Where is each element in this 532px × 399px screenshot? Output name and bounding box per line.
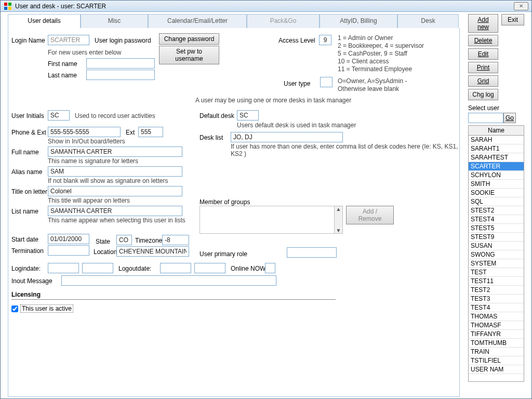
alias-field[interactable] [48,166,182,177]
sidebar: Add new Delete Edit Print Grid Chg log E… [468,14,528,382]
state-field[interactable] [116,235,132,245]
user-list-item[interactable]: THOMASF [469,321,524,330]
user-active-checkbox[interactable]: This user is active [11,304,73,313]
tab-misc[interactable]: Misc [81,14,148,29]
user-list-item[interactable]: SWONG [469,250,524,259]
user-list-item[interactable]: TEST11 [469,277,524,286]
title-label: Title on letter [11,188,47,195]
tab-desk[interactable]: Desk [397,14,459,29]
user-type-note2: Otherwise leave blank [338,85,399,92]
list-name-label: List name [11,208,38,215]
online-now-field[interactable] [265,263,275,273]
login-name-field[interactable] [48,35,89,45]
edit-button[interactable]: Edit [468,48,498,60]
svg-rect-1 [8,3,11,6]
location-field[interactable] [116,246,189,257]
termination-field[interactable] [48,245,89,256]
online-now-label: Online NOW [231,265,265,272]
first-name-label: First name [48,60,77,68]
groups-scrollbar[interactable]: ▲▼ [334,206,342,233]
user-list-item[interactable]: THOMAS [469,312,524,321]
user-list-item[interactable]: SYSTEM [469,259,524,268]
tab-user-details[interactable]: User details [8,14,81,29]
user-initials-field[interactable] [48,110,70,121]
user-list-item[interactable]: TEST3 [469,295,524,303]
chg-log-button[interactable]: Chg log [468,89,498,100]
change-password-button[interactable]: Change password [159,33,219,45]
grid-button[interactable]: Grid [468,75,498,87]
user-list-item[interactable]: SOOKIE [469,189,524,197]
phone-label: Phone & Ext [11,129,46,136]
user-list[interactable]: Name SARAHSARAHT1SARAHTESTSCARTERSCHYLON… [468,125,524,382]
user-list-item[interactable]: STEST4 [469,215,524,224]
primary-role-field[interactable] [287,247,337,258]
user-list-item[interactable]: USER NAM [469,365,524,374]
svg-rect-0 [4,3,7,6]
user-list-item[interactable]: TRAIN [469,348,524,356]
groups-listbox[interactable]: ▲▼ [200,206,343,234]
user-list-item[interactable]: SARAHTEST [469,153,524,162]
access-level-field[interactable] [319,35,331,45]
access-note-3: 5 = CashPoster, 9 = Staff [338,50,407,57]
user-list-item[interactable]: TOMTHUMB [469,339,524,348]
add-new-button[interactable]: Add new [468,14,498,33]
select-user-input[interactable] [468,113,503,123]
inout-message-label: Inout Message [11,277,52,285]
user-login-pw-label: User login password [95,37,151,44]
exit-button[interactable]: Exit [501,14,524,25]
tab-packgo[interactable]: Pack&Go [247,14,320,29]
inout-message-field[interactable] [61,275,276,286]
full-name-label: Full name [11,149,39,156]
licensing-header: Licensing [11,291,41,298]
user-list-item[interactable]: SARAHT1 [469,144,524,153]
user-list-item[interactable]: TEST2 [469,286,524,295]
user-list-item[interactable]: TSTILFIEL [469,356,524,365]
logindate-field-2[interactable] [82,263,113,273]
default-desk-field[interactable] [237,110,259,121]
set-pw-to-username-button[interactable]: Set pw to username [159,46,219,64]
timezone-field[interactable] [162,235,189,245]
user-list-item[interactable]: TEST4 [469,303,524,312]
user-list-header: Name [469,126,524,136]
print-button[interactable]: Print [468,62,498,73]
tab-atty-billing[interactable]: AttyID, Billing [320,14,397,29]
ext-field[interactable] [138,127,163,137]
ext-label: Ext [126,129,135,136]
user-list-item[interactable]: SMITH [469,180,524,189]
logoutdate-field-1[interactable] [160,263,191,273]
user-list-item[interactable]: STEST9 [469,233,524,242]
add-remove-button[interactable]: Add / Remove [346,206,394,224]
tab-calendar[interactable]: Calendar/Email/Letter [148,14,247,29]
phone-field[interactable] [48,127,121,137]
desk-list-field[interactable] [231,132,343,142]
window-close-button[interactable]: ✕ [514,2,528,10]
title-field[interactable] [48,186,182,196]
user-list-item[interactable]: STEST5 [469,224,524,233]
go-button[interactable]: Go [503,113,516,123]
user-list-item[interactable]: SARAH [469,136,524,144]
logoutdate-label: Logoutdate: [118,265,151,272]
user-list-item[interactable]: SCHYLON [469,171,524,180]
full-name-field[interactable] [48,147,182,157]
delete-button[interactable]: Delete [468,35,498,46]
user-type-field[interactable] [320,77,332,87]
last-name-field[interactable] [86,70,155,80]
desk-list-note: If user has more than one desk, enter co… [231,143,459,157]
user-list-item[interactable]: SCARTER [469,162,524,171]
desk-list-label: Desk list [200,134,223,141]
user-active-checkbox-input[interactable] [11,305,18,312]
start-date-field[interactable] [48,234,89,244]
user-list-item[interactable]: SQL [469,197,524,206]
user-type-note1: O=Owner, A=SysAdmin - [338,77,407,85]
logoutdate-field-2[interactable] [194,263,225,273]
user-list-item[interactable]: SUSAN [469,242,524,250]
user-list-item[interactable]: STEST2 [469,206,524,215]
user-list-item[interactable]: TIFFANYR [469,330,524,339]
scroll-up-icon[interactable]: ▲ [336,206,341,212]
user-list-item[interactable]: TEST [469,268,524,277]
logindate-field-1[interactable] [48,263,79,273]
list-name-field[interactable] [48,206,182,216]
full-name-note: This name is signature for letters [48,157,138,165]
first-name-field[interactable] [86,58,155,69]
scroll-down-icon[interactable]: ▼ [336,228,341,233]
